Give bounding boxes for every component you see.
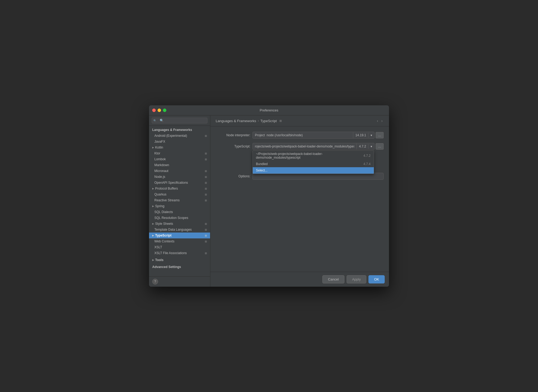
node-extra-button[interactable]: … [376,132,384,138]
typescript-row: TypeScript: 4.7.2 ▼ … ~/Projects/web-pro… [216,143,384,150]
maximize-button[interactable] [163,109,166,112]
content-body: Node interpreter: 14.19.1 ▼ … TypeScript… [210,126,389,272]
content-header: Languages & Frameworks › TypeScript ⊞ ‹ … [210,115,389,126]
breadcrumb-separator: › [258,119,259,123]
close-button[interactable] [152,109,156,112]
settings-icon: ⊞ [205,234,207,237]
sidebar-item-quarkus[interactable]: Quarkus ⊞ [149,191,210,197]
minimize-button[interactable] [158,109,161,112]
sidebar-item-android[interactable]: Android (Experimental) ⊞ [149,133,210,139]
spring-arrow-icon: ▶ [152,205,154,207]
protobuf-label-group: ▶ Protocol Buffers [152,187,178,190]
typescript-arrow-icon: ▶ [152,234,154,237]
kotlin-label-group: ▶ Kotlin [152,146,163,149]
typescript-dropdown-button[interactable]: ▼ [368,144,374,149]
dropdown-option-bundled[interactable]: Bundled 4.7.4 [253,161,374,167]
settings-icon: ⊞ [205,187,207,190]
content-area: Languages & Frameworks › TypeScript ⊞ ‹ … [210,115,389,287]
sidebar-item-style-sheets[interactable]: ▶ Style Sheets ⊞ [149,221,210,227]
typescript-input-group: 4.7.2 ▼ [252,143,375,150]
spring-label-group: ▶ Spring [152,204,164,208]
sidebar-item-xslt-file[interactable]: XSLT File Associations ⊞ [149,250,210,256]
typescript-dropdown-popup: ~/Projects/web-projects/webpack-babel-lo… [252,150,374,174]
node-dropdown-button[interactable]: ▼ [368,133,374,138]
node-interpreter-row: Node interpreter: 14.19.1 ▼ … [216,132,384,139]
options-label: Options: [216,174,250,178]
settings-icon: ⊞ [205,199,207,202]
sidebar-item-typescript[interactable]: ▶ TypeScript ⊞ [149,233,210,238]
typescript-input[interactable] [253,143,356,150]
settings-icon: ⊞ [205,152,207,155]
settings-icon: ⊞ [205,193,207,196]
sidebar-item-xslt[interactable]: XSLT [149,244,210,250]
typescript-version-label: 4.7.2 [356,143,368,149]
breadcrumb-settings-icon: ⊞ [279,119,282,123]
typescript-control: 4.7.2 ▼ … ~/Projects/web-projects/webpac… [252,143,384,150]
nav-back-button[interactable]: ‹ [376,118,379,123]
sidebar-footer: ? [149,276,210,287]
typescript-extra-button[interactable]: … [376,143,384,150]
sidebar-item-spring[interactable]: ▶ Spring [149,203,210,209]
settings-icon: ⊞ [205,134,207,137]
kotlin-arrow-icon: ▶ [152,146,154,149]
sidebar-search-area [149,115,210,126]
sidebar-item-sql-resolution[interactable]: SQL Resolution Scopes [149,215,210,221]
search-wrap [152,118,207,123]
title-bar: Preferences [149,105,389,115]
node-version-label: 14.19.1 [353,132,368,138]
dropdown-option-project-path[interactable]: ~/Projects/web-projects/webpack-babel-lo… [253,151,374,161]
dropdown-option-select[interactable]: Select... [253,167,374,174]
sidebar-item-template-data[interactable]: Template Data Languages ⊞ [149,227,210,233]
apply-button[interactable]: Apply [347,275,367,283]
settings-icon: ⊞ [205,158,207,161]
node-interpreter-label: Node interpreter: [216,133,250,137]
breadcrumb-parent[interactable]: Languages & Frameworks [216,119,256,123]
style-sheets-arrow-icon: ▶ [152,222,154,225]
sidebar-item-tools[interactable]: ▶ Tools [149,256,210,263]
traffic-lights [152,109,166,112]
sidebar-item-reactive-streams[interactable]: Reactive Streams ⊞ [149,197,210,203]
help-button[interactable]: ? [152,279,158,285]
sidebar-item-lombok[interactable]: Lombok ⊞ [149,156,210,162]
breadcrumb-current: TypeScript [260,119,277,123]
sidebar-item-kotlin[interactable]: ▶ Kotlin [149,145,210,150]
settings-icon: ⊞ [205,175,207,178]
sidebar-item-languages-frameworks[interactable]: Languages & Frameworks [149,126,210,133]
cancel-button[interactable]: Cancel [322,275,344,283]
tools-arrow-icon: ▶ [152,259,154,261]
sidebar: Languages & Frameworks Android (Experime… [149,115,210,287]
settings-icon: ⊞ [205,222,207,225]
sidebar-item-sql-dialects[interactable]: SQL Dialects [149,209,210,215]
sidebar-item-javafx[interactable]: JavaFX [149,139,210,145]
protobuf-arrow-icon: ▶ [152,187,154,190]
node-interpreter-input[interactable] [253,132,353,138]
style-sheets-label-group: ▶ Style Sheets [152,222,173,226]
search-input[interactable] [152,118,207,123]
settings-icon: ⊞ [205,228,207,231]
sidebar-item-nodejs[interactable]: Node.js ⊞ [149,174,210,180]
typescript-label: TypeScript: [216,145,250,148]
settings-icon: ⊞ [205,170,207,173]
ok-button[interactable]: OK [368,275,385,283]
settings-icon: ⊞ [205,181,207,184]
sidebar-item-openapi[interactable]: OpenAPI Specifications ⊞ [149,180,210,186]
sidebar-item-ktor[interactable]: Ktor ⊞ [149,150,210,156]
node-interpreter-control: 14.19.1 ▼ … [252,132,384,139]
sidebar-item-protobuf[interactable]: ▶ Protocol Buffers ⊞ [149,186,210,191]
sidebar-item-advanced-settings[interactable]: Advanced Settings [149,263,210,270]
main-layout: Languages & Frameworks Android (Experime… [149,115,389,287]
footer: Cancel Apply OK [210,272,389,287]
window-title: Preferences [260,108,278,112]
typescript-label-group: ▶ TypeScript [152,234,171,237]
nav-arrows: ‹ › [376,118,384,123]
preferences-window: Preferences Languages & Frameworks Andro… [149,105,389,287]
sidebar-scroll: Languages & Frameworks Android (Experime… [149,126,210,276]
sidebar-item-web-contexts[interactable]: Web Contexts ⊞ [149,238,210,244]
settings-icon: ⊞ [205,252,207,255]
sidebar-item-markdown[interactable]: Markdown [149,162,210,168]
nav-forward-button[interactable]: › [380,118,384,123]
node-interpreter-input-group: 14.19.1 ▼ [252,132,375,139]
sidebar-item-micronaut[interactable]: Micronaut ⊞ [149,168,210,174]
settings-icon: ⊞ [205,240,207,243]
